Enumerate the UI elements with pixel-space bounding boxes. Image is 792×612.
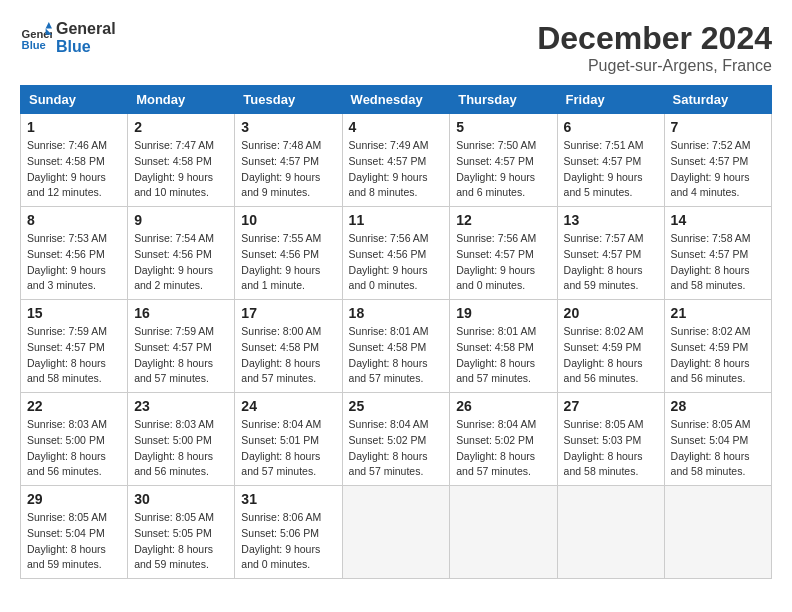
calendar-cell: 7 Sunrise: 7:52 AM Sunset: 4:57 PM Dayli…	[664, 114, 771, 207]
calendar-header-sunday: Sunday	[21, 86, 128, 114]
calendar-week-3: 15 Sunrise: 7:59 AM Sunset: 4:57 PM Dayl…	[21, 300, 772, 393]
day-number: 13	[564, 212, 658, 228]
day-info: Sunrise: 7:49 AM Sunset: 4:57 PM Dayligh…	[349, 138, 444, 201]
day-number: 9	[134, 212, 228, 228]
day-info: Sunrise: 7:46 AM Sunset: 4:58 PM Dayligh…	[27, 138, 121, 201]
day-number: 18	[349, 305, 444, 321]
logo: General Blue General Blue	[20, 20, 116, 56]
day-number: 24	[241, 398, 335, 414]
calendar-cell: 29 Sunrise: 8:05 AM Sunset: 5:04 PM Dayl…	[21, 486, 128, 579]
calendar-cell: 22 Sunrise: 8:03 AM Sunset: 5:00 PM Dayl…	[21, 393, 128, 486]
calendar-cell: 1 Sunrise: 7:46 AM Sunset: 4:58 PM Dayli…	[21, 114, 128, 207]
day-number: 21	[671, 305, 765, 321]
day-number: 14	[671, 212, 765, 228]
day-info: Sunrise: 8:03 AM Sunset: 5:00 PM Dayligh…	[134, 417, 228, 480]
day-info: Sunrise: 7:53 AM Sunset: 4:56 PM Dayligh…	[27, 231, 121, 294]
day-info: Sunrise: 8:06 AM Sunset: 5:06 PM Dayligh…	[241, 510, 335, 573]
calendar-week-4: 22 Sunrise: 8:03 AM Sunset: 5:00 PM Dayl…	[21, 393, 772, 486]
day-number: 12	[456, 212, 550, 228]
day-info: Sunrise: 7:50 AM Sunset: 4:57 PM Dayligh…	[456, 138, 550, 201]
day-number: 10	[241, 212, 335, 228]
title-block: December 2024 Puget-sur-Argens, France	[537, 20, 772, 75]
day-number: 6	[564, 119, 658, 135]
calendar-cell: 20 Sunrise: 8:02 AM Sunset: 4:59 PM Dayl…	[557, 300, 664, 393]
day-info: Sunrise: 8:05 AM Sunset: 5:05 PM Dayligh…	[134, 510, 228, 573]
calendar-cell: 23 Sunrise: 8:03 AM Sunset: 5:00 PM Dayl…	[128, 393, 235, 486]
day-number: 16	[134, 305, 228, 321]
day-info: Sunrise: 8:05 AM Sunset: 5:03 PM Dayligh…	[564, 417, 658, 480]
day-number: 27	[564, 398, 658, 414]
calendar-week-5: 29 Sunrise: 8:05 AM Sunset: 5:04 PM Dayl…	[21, 486, 772, 579]
calendar-cell: 18 Sunrise: 8:01 AM Sunset: 4:58 PM Dayl…	[342, 300, 450, 393]
day-info: Sunrise: 7:54 AM Sunset: 4:56 PM Dayligh…	[134, 231, 228, 294]
day-info: Sunrise: 8:04 AM Sunset: 5:02 PM Dayligh…	[456, 417, 550, 480]
calendar-cell: 9 Sunrise: 7:54 AM Sunset: 4:56 PM Dayli…	[128, 207, 235, 300]
day-info: Sunrise: 7:59 AM Sunset: 4:57 PM Dayligh…	[134, 324, 228, 387]
calendar-header-row: SundayMondayTuesdayWednesdayThursdayFrid…	[21, 86, 772, 114]
day-info: Sunrise: 8:05 AM Sunset: 5:04 PM Dayligh…	[27, 510, 121, 573]
day-info: Sunrise: 7:51 AM Sunset: 4:57 PM Dayligh…	[564, 138, 658, 201]
calendar-table: SundayMondayTuesdayWednesdayThursdayFrid…	[20, 85, 772, 579]
svg-text:Blue: Blue	[22, 39, 46, 51]
calendar-cell: 2 Sunrise: 7:47 AM Sunset: 4:58 PM Dayli…	[128, 114, 235, 207]
calendar-week-1: 1 Sunrise: 7:46 AM Sunset: 4:58 PM Dayli…	[21, 114, 772, 207]
day-info: Sunrise: 8:01 AM Sunset: 4:58 PM Dayligh…	[349, 324, 444, 387]
day-number: 26	[456, 398, 550, 414]
day-info: Sunrise: 7:47 AM Sunset: 4:58 PM Dayligh…	[134, 138, 228, 201]
calendar-cell: 17 Sunrise: 8:00 AM Sunset: 4:58 PM Dayl…	[235, 300, 342, 393]
calendar-cell: 24 Sunrise: 8:04 AM Sunset: 5:01 PM Dayl…	[235, 393, 342, 486]
day-number: 3	[241, 119, 335, 135]
calendar-header-monday: Monday	[128, 86, 235, 114]
calendar-cell: 14 Sunrise: 7:58 AM Sunset: 4:57 PM Dayl…	[664, 207, 771, 300]
calendar-cell: 3 Sunrise: 7:48 AM Sunset: 4:57 PM Dayli…	[235, 114, 342, 207]
day-number: 5	[456, 119, 550, 135]
page-header: General Blue General Blue December 2024 …	[20, 20, 772, 75]
day-info: Sunrise: 7:52 AM Sunset: 4:57 PM Dayligh…	[671, 138, 765, 201]
day-info: Sunrise: 8:01 AM Sunset: 4:58 PM Dayligh…	[456, 324, 550, 387]
calendar-cell: 30 Sunrise: 8:05 AM Sunset: 5:05 PM Dayl…	[128, 486, 235, 579]
calendar-week-2: 8 Sunrise: 7:53 AM Sunset: 4:56 PM Dayli…	[21, 207, 772, 300]
calendar-header-wednesday: Wednesday	[342, 86, 450, 114]
calendar-cell: 15 Sunrise: 7:59 AM Sunset: 4:57 PM Dayl…	[21, 300, 128, 393]
calendar-cell	[557, 486, 664, 579]
location-title: Puget-sur-Argens, France	[537, 57, 772, 75]
calendar-cell: 31 Sunrise: 8:06 AM Sunset: 5:06 PM Dayl…	[235, 486, 342, 579]
day-info: Sunrise: 8:05 AM Sunset: 5:04 PM Dayligh…	[671, 417, 765, 480]
calendar-cell: 27 Sunrise: 8:05 AM Sunset: 5:03 PM Dayl…	[557, 393, 664, 486]
day-info: Sunrise: 8:02 AM Sunset: 4:59 PM Dayligh…	[671, 324, 765, 387]
day-number: 31	[241, 491, 335, 507]
calendar-cell: 13 Sunrise: 7:57 AM Sunset: 4:57 PM Dayl…	[557, 207, 664, 300]
calendar-cell	[450, 486, 557, 579]
day-info: Sunrise: 8:04 AM Sunset: 5:02 PM Dayligh…	[349, 417, 444, 480]
day-number: 28	[671, 398, 765, 414]
day-number: 15	[27, 305, 121, 321]
day-number: 22	[27, 398, 121, 414]
calendar-header-friday: Friday	[557, 86, 664, 114]
month-title: December 2024	[537, 20, 772, 57]
day-number: 11	[349, 212, 444, 228]
day-number: 17	[241, 305, 335, 321]
day-number: 30	[134, 491, 228, 507]
day-number: 25	[349, 398, 444, 414]
logo-line1: General	[56, 20, 116, 38]
svg-marker-2	[46, 22, 52, 28]
day-info: Sunrise: 7:58 AM Sunset: 4:57 PM Dayligh…	[671, 231, 765, 294]
day-info: Sunrise: 7:48 AM Sunset: 4:57 PM Dayligh…	[241, 138, 335, 201]
calendar-cell: 25 Sunrise: 8:04 AM Sunset: 5:02 PM Dayl…	[342, 393, 450, 486]
calendar-cell: 19 Sunrise: 8:01 AM Sunset: 4:58 PM Dayl…	[450, 300, 557, 393]
day-info: Sunrise: 7:56 AM Sunset: 4:56 PM Dayligh…	[349, 231, 444, 294]
day-info: Sunrise: 7:55 AM Sunset: 4:56 PM Dayligh…	[241, 231, 335, 294]
day-info: Sunrise: 8:02 AM Sunset: 4:59 PM Dayligh…	[564, 324, 658, 387]
day-number: 8	[27, 212, 121, 228]
logo-line2: Blue	[56, 38, 116, 56]
day-number: 23	[134, 398, 228, 414]
calendar-cell: 11 Sunrise: 7:56 AM Sunset: 4:56 PM Dayl…	[342, 207, 450, 300]
calendar-cell: 21 Sunrise: 8:02 AM Sunset: 4:59 PM Dayl…	[664, 300, 771, 393]
calendar-cell: 5 Sunrise: 7:50 AM Sunset: 4:57 PM Dayli…	[450, 114, 557, 207]
day-info: Sunrise: 8:00 AM Sunset: 4:58 PM Dayligh…	[241, 324, 335, 387]
calendar-cell: 16 Sunrise: 7:59 AM Sunset: 4:57 PM Dayl…	[128, 300, 235, 393]
calendar-cell: 8 Sunrise: 7:53 AM Sunset: 4:56 PM Dayli…	[21, 207, 128, 300]
day-number: 4	[349, 119, 444, 135]
day-number: 20	[564, 305, 658, 321]
calendar-cell: 6 Sunrise: 7:51 AM Sunset: 4:57 PM Dayli…	[557, 114, 664, 207]
